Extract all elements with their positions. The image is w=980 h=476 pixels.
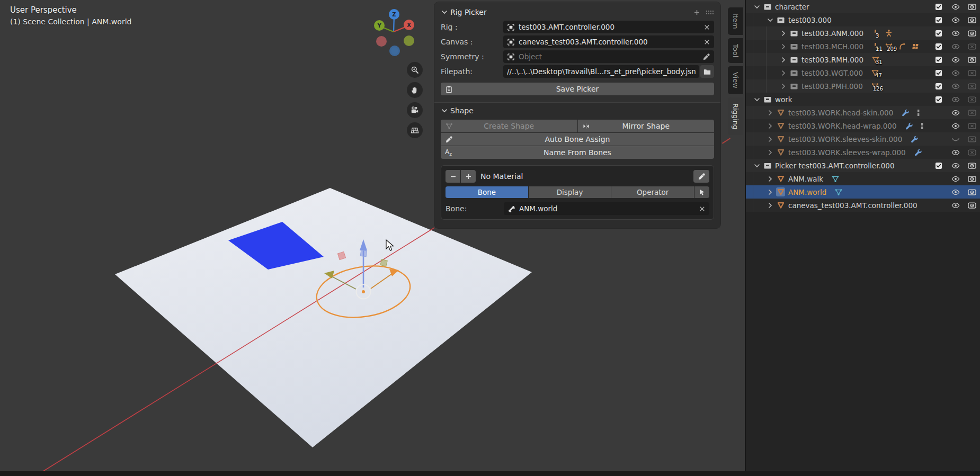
camera-icon[interactable] (968, 16, 976, 24)
outliner[interactable]: charactertest003.000test003.ANM.0003test… (745, 0, 980, 476)
auto-bone-assign-button[interactable]: Auto Bone Assign (441, 133, 714, 146)
panel-collapse-chevron-icon[interactable] (441, 8, 450, 16)
camera-view-button[interactable] (407, 102, 423, 118)
navigation-gizmo[interactable]: Z Y X (373, 6, 417, 65)
eye-icon[interactable] (951, 202, 960, 209)
camera-icon[interactable] (968, 188, 976, 196)
sidebar-tab-view[interactable]: View (728, 66, 743, 94)
checkbox-enabled[interactable] (934, 43, 943, 50)
eye-icon[interactable] (951, 109, 960, 116)
mirror-shape-button[interactable]: Mirror Shape (578, 120, 715, 132)
outliner-row[interactable]: test003.WORK.head-wrap.000 (746, 119, 980, 132)
bone-clear-icon[interactable] (699, 205, 706, 212)
canvas-field[interactable]: canevas_test003.AMT.controller.000 (503, 35, 714, 48)
name-from-bones-button[interactable]: AzName From Bones (441, 146, 714, 159)
camera-disabled-icon[interactable] (968, 83, 976, 90)
outliner-row[interactable]: test003.WGT.00047 (746, 66, 980, 79)
checkbox-enabled[interactable] (934, 56, 943, 64)
axis-z-neg-ball[interactable] (389, 46, 400, 56)
sidebar-tab-item[interactable]: Item (728, 7, 743, 35)
outliner-row[interactable]: test003.000 (746, 13, 980, 26)
outliner-row[interactable]: ANM.world (746, 185, 980, 199)
plane-handle-y[interactable] (380, 259, 387, 266)
checkbox-enabled[interactable] (934, 16, 943, 24)
symmetry-field[interactable]: Object (503, 50, 714, 63)
outliner-row[interactable]: canevas_test003.AMT.controller.000 (746, 199, 980, 212)
eye-icon[interactable] (951, 96, 960, 103)
outliner-row[interactable]: test003.PMH.000126 (746, 79, 980, 93)
camera-icon[interactable] (968, 202, 976, 209)
outliner-row[interactable]: Picker test003.AMT.controller.000 (746, 159, 980, 172)
checkbox-enabled[interactable] (934, 69, 943, 77)
camera-disabled-icon[interactable] (968, 122, 976, 130)
rig-field[interactable]: test003.AMT.controller.000 (503, 21, 714, 33)
operator-pointer-button[interactable] (694, 186, 709, 198)
eye-icon[interactable] (951, 56, 960, 64)
checkbox-enabled[interactable] (934, 162, 943, 169)
axis-x-neg-ball[interactable] (376, 36, 387, 47)
axis-x-ball[interactable]: X (404, 20, 414, 30)
checkbox-enabled[interactable] (934, 3, 943, 11)
outliner-row[interactable]: ANM.walk (746, 172, 980, 185)
expand-chevron-icon[interactable] (764, 202, 776, 209)
bone-field[interactable]: ANM.world (504, 202, 709, 215)
outliner-row[interactable]: test003.MCH.00011209 (746, 40, 980, 53)
pan-button[interactable] (407, 82, 423, 98)
collapse-chevron-icon[interactable] (751, 96, 763, 103)
eye-icon[interactable] (951, 188, 960, 196)
eye-icon[interactable] (951, 162, 960, 169)
camera-disabled-icon[interactable] (968, 136, 976, 143)
open-filebrowser-button[interactable] (700, 65, 714, 78)
eye-icon[interactable] (951, 122, 960, 130)
zoom-button[interactable] (407, 62, 423, 78)
eye-icon[interactable] (951, 30, 960, 37)
camera-disabled-icon[interactable] (968, 43, 976, 50)
canvas-clear-icon[interactable] (703, 39, 710, 46)
outliner-row[interactable]: character (746, 0, 980, 13)
expand-chevron-icon[interactable] (764, 122, 776, 130)
expand-chevron-icon[interactable] (764, 136, 776, 143)
expand-chevron-icon[interactable] (764, 149, 776, 156)
eye-icon[interactable] (951, 43, 960, 50)
outliner-row[interactable]: test003.RMH.00031 (746, 53, 980, 66)
tab-bone[interactable]: Bone (446, 186, 528, 198)
outliner-row[interactable]: test003.WORK.head-skin.000 (746, 106, 980, 119)
eye-icon[interactable] (951, 149, 960, 156)
expand-chevron-icon[interactable] (764, 109, 776, 116)
panel-add-icon[interactable] (693, 9, 700, 16)
sidebar-tab-tool[interactable]: Tool (728, 38, 743, 63)
checkbox-enabled[interactable] (934, 96, 943, 103)
outliner-row[interactable]: test003.WORK.sleeves-wrap.000 (746, 146, 980, 159)
eye-icon[interactable] (951, 83, 960, 90)
checkbox-enabled[interactable] (934, 30, 943, 37)
outliner-row[interactable]: test003.WORK.sleeves-skin.000 (746, 132, 980, 146)
axis-z-ball[interactable]: Z (389, 9, 399, 20)
plane-handle-z[interactable] (360, 250, 367, 256)
filepath-field[interactable]: //..\..\..\Desktop\Travail\Bl...rs_et_pr… (503, 65, 699, 78)
eye-icon[interactable] (951, 69, 960, 77)
sidebar-tab-rigging[interactable]: Rigging (728, 97, 743, 135)
save-picker-button[interactable]: Save Picker (441, 83, 714, 95)
material-remove-button[interactable] (446, 170, 460, 183)
expand-chevron-icon[interactable] (778, 69, 789, 77)
collapse-chevron-icon[interactable] (764, 16, 776, 24)
camera-icon[interactable] (968, 162, 976, 169)
toggle-grid-button[interactable] (407, 122, 423, 138)
material-add-button[interactable] (461, 170, 476, 183)
expand-chevron-icon[interactable] (778, 30, 789, 37)
camera-icon[interactable] (968, 3, 976, 11)
camera-disabled-icon[interactable] (968, 109, 976, 116)
tab-display[interactable]: Display (529, 186, 611, 198)
expand-chevron-icon[interactable] (778, 83, 789, 90)
panel-drag-dots-icon[interactable] (706, 10, 714, 15)
expand-chevron-icon[interactable] (778, 43, 789, 50)
expand-chevron-icon[interactable] (778, 56, 789, 64)
expand-chevron-icon[interactable] (764, 175, 776, 183)
eye-icon[interactable] (951, 175, 960, 183)
shape-collapse-chevron-icon[interactable] (441, 107, 450, 114)
eyedropper-icon[interactable] (702, 53, 710, 61)
eye-icon[interactable] (951, 16, 960, 24)
camera-icon[interactable] (968, 56, 976, 64)
rig-clear-icon[interactable] (703, 24, 710, 31)
camera-icon[interactable] (968, 30, 976, 37)
